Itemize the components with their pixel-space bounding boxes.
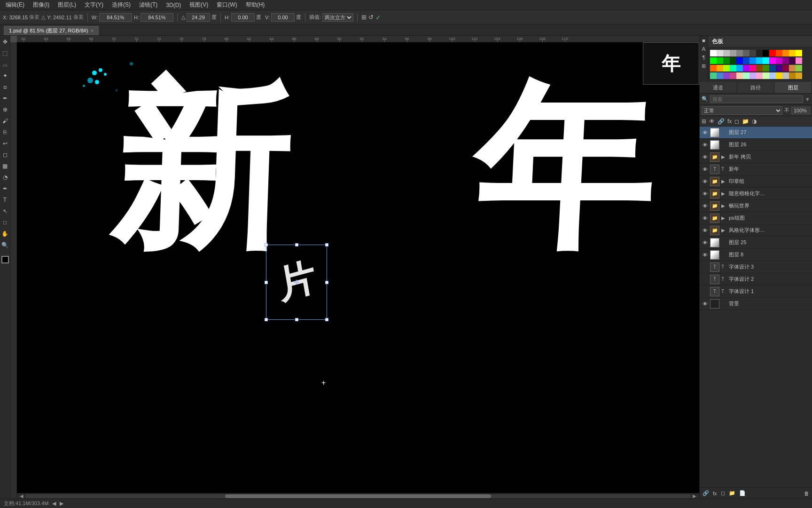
- horizontal-scrollbar[interactable]: ◀ ▶: [17, 493, 699, 499]
- filter-icon[interactable]: ▼: [805, 96, 810, 102]
- handle-tr[interactable]: [325, 243, 328, 246]
- pen-tool[interactable]: ✒: [1, 184, 9, 193]
- layer-item[interactable]: 👁📁▶新年 拷贝: [700, 151, 812, 163]
- layer-visibility-toggle[interactable]: 👁: [702, 215, 708, 222]
- swatch-3-5[interactable]: [743, 72, 750, 79]
- swatch-2-10[interactable]: [776, 65, 782, 71]
- eyedropper-tool[interactable]: ✒: [1, 94, 9, 103]
- scroll-right-button[interactable]: ▶: [691, 493, 698, 499]
- swatch-2-0[interactable]: [710, 65, 717, 71]
- swatch-0-7[interactable]: [756, 50, 763, 56]
- handle-tm[interactable]: [295, 243, 298, 246]
- panel-icon-4[interactable]: ⊞: [702, 63, 706, 69]
- layer-visibility-toggle[interactable]: [702, 288, 708, 295]
- swatch-1-4[interactable]: [736, 57, 743, 64]
- text-tool[interactable]: T: [1, 196, 9, 204]
- crop-tool[interactable]: ⧈: [1, 83, 9, 91]
- layer-mask-btn[interactable]: ◻: [720, 489, 726, 497]
- layer-item[interactable]: 👁图层 25: [700, 237, 812, 249]
- layer-link-icon[interactable]: 🔗: [718, 118, 725, 125]
- layer-item[interactable]: TT字体设计 3: [700, 261, 812, 273]
- opacity-input[interactable]: [791, 107, 810, 114]
- swatch-0-4[interactable]: [736, 50, 743, 56]
- swatch-2-6[interactable]: [750, 65, 756, 71]
- layer-item[interactable]: 👁图层 26: [700, 139, 812, 151]
- layer-eye-icon[interactable]: 👁: [709, 118, 715, 125]
- swatch-3-6[interactable]: [750, 72, 756, 79]
- layer-filter-icon[interactable]: ⊞: [702, 118, 706, 125]
- swatch-2-1[interactable]: [717, 65, 723, 71]
- canvas-bg[interactable]: 新 年 片: [17, 42, 699, 499]
- swatch-1-12[interactable]: [789, 57, 796, 64]
- shape-tool[interactable]: □: [1, 218, 9, 227]
- swatch-0-5[interactable]: [743, 50, 750, 56]
- panel-icon-3[interactable]: ¶: [703, 55, 705, 60]
- swatch-0-13[interactable]: [796, 50, 802, 56]
- swatch-3-8[interactable]: [763, 72, 769, 79]
- swatch-1-1[interactable]: [717, 57, 723, 64]
- warp-icon[interactable]: ⊞: [361, 14, 367, 21]
- layer-visibility-toggle[interactable]: [702, 276, 708, 283]
- layer-fx-btn[interactable]: fx: [712, 490, 718, 497]
- h-input[interactable]: [141, 13, 173, 22]
- layer-link-btn[interactable]: 🔗: [702, 489, 710, 497]
- swatch-2-2[interactable]: [723, 65, 730, 71]
- swatch-0-11[interactable]: [782, 50, 789, 56]
- clone-tool[interactable]: ⎘: [1, 128, 9, 136]
- nav-prev[interactable]: ◀: [52, 500, 56, 507]
- swatch-1-6[interactable]: [750, 57, 756, 64]
- swatch-2-4[interactable]: [736, 65, 743, 71]
- confirm-icon[interactable]: ✓: [375, 14, 381, 21]
- layer-item[interactable]: 👁TT新年: [700, 163, 812, 175]
- swatch-0-2[interactable]: [723, 50, 730, 56]
- dodge-tool[interactable]: ◔: [1, 173, 9, 182]
- nav-next[interactable]: ▶: [60, 500, 63, 507]
- eraser-tool[interactable]: ◻: [1, 151, 9, 159]
- layer-item[interactable]: 👁图层 27: [700, 127, 812, 139]
- canvas-content[interactable]: 新 年 片: [17, 42, 699, 499]
- swatch-1-5[interactable]: [743, 57, 750, 64]
- swatch-1-2[interactable]: [723, 57, 730, 64]
- interp-select[interactable]: 两次立方: [322, 13, 353, 22]
- document-tab[interactable]: 1.psd @ 81.5% (图层 27, RGB/8#) ×: [4, 26, 99, 35]
- swatch-0-6[interactable]: [750, 50, 756, 56]
- brush-tool[interactable]: 🖌: [1, 117, 9, 125]
- layer-new-btn[interactable]: 📄: [738, 489, 747, 497]
- swatch-3-0[interactable]: [710, 72, 717, 79]
- layer-delete-btn[interactable]: 🗑: [803, 490, 810, 497]
- layer-mask-icon[interactable]: ◻: [734, 118, 739, 125]
- swatch-0-8[interactable]: [763, 50, 769, 56]
- v-input[interactable]: [271, 13, 295, 22]
- swatch-3-11[interactable]: [782, 72, 789, 79]
- hand-tool[interactable]: ✋: [1, 230, 9, 238]
- angle-input[interactable]: [187, 13, 210, 22]
- canvas-area[interactable]: 6264666870727476788082848688909294969810…: [10, 36, 699, 499]
- reset-icon[interactable]: ↺: [368, 14, 374, 21]
- h2-input[interactable]: [231, 13, 255, 22]
- swatch-2-5[interactable]: [743, 65, 750, 71]
- menu-select[interactable]: 选择(S): [108, 0, 134, 10]
- menu-window[interactable]: 窗口(W): [213, 0, 241, 10]
- menu-3d[interactable]: 3D(D): [162, 1, 185, 9]
- swatch-2-13[interactable]: [796, 65, 802, 71]
- layer-item[interactable]: 👁📁▶随意楷格化字…: [700, 188, 812, 200]
- layer-item[interactable]: 👁背景: [700, 298, 812, 310]
- scroll-left-button[interactable]: ◀: [18, 493, 25, 499]
- swatch-1-13[interactable]: [796, 57, 802, 64]
- swatch-1-10[interactable]: [776, 57, 782, 64]
- swatch-1-7[interactable]: [756, 57, 763, 64]
- handle-mr[interactable]: [325, 281, 328, 284]
- layer-item[interactable]: 👁📁▶畅玩世界: [700, 200, 812, 212]
- layer-item[interactable]: 👁图层 8: [700, 249, 812, 261]
- layer-visibility-toggle[interactable]: 👁: [702, 227, 708, 234]
- layer-item[interactable]: 👁📁▶印章组: [700, 175, 812, 188]
- swatch-1-3[interactable]: [730, 57, 736, 64]
- swatch-1-0[interactable]: [710, 57, 717, 64]
- swatch-3-1[interactable]: [717, 72, 723, 79]
- menu-view[interactable]: 视图(V): [186, 0, 212, 10]
- layer-search-input[interactable]: [710, 95, 803, 103]
- swatch-3-12[interactable]: [789, 72, 796, 79]
- magic-wand-tool[interactable]: ✦: [1, 71, 9, 80]
- swatch-0-10[interactable]: [776, 50, 782, 56]
- swatch-3-2[interactable]: [723, 72, 730, 79]
